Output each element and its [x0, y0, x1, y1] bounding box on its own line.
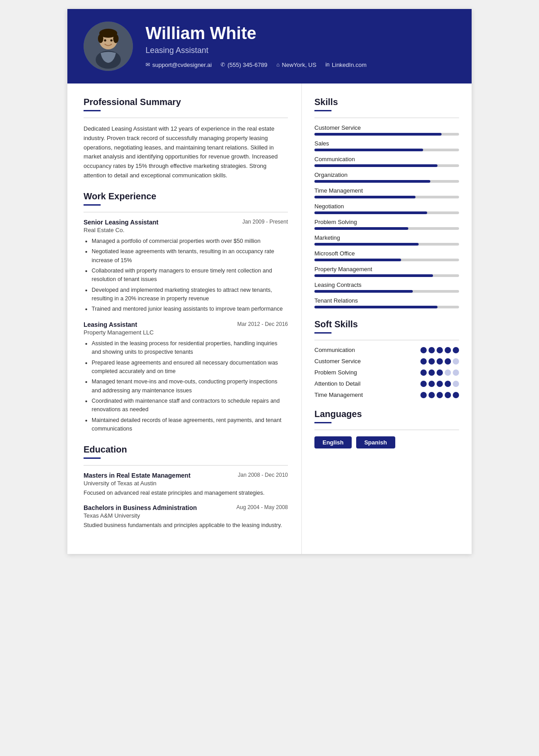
education-divider: [84, 465, 288, 466]
summary-title: Professional Summary: [84, 97, 288, 107]
skill-marketing: Marketing: [314, 234, 459, 246]
dot: [453, 392, 459, 398]
bullet-item: Maintained detailed records of lease agr…: [92, 416, 288, 434]
language-badges: English Spanish: [314, 436, 459, 448]
linkedin-contact[interactable]: in LinkedIn.com: [325, 62, 367, 68]
skill-bar-fill: [314, 259, 401, 261]
soft-skill-customer-service: Customer Service: [314, 358, 459, 365]
header-contacts: ✉ support@cvdesigner.ai ✆ (555) 345-6789…: [146, 62, 455, 68]
dot: [437, 358, 443, 365]
job-title-1: Senior Leasing Assistant: [84, 219, 159, 226]
skill-name: Microsoft Office: [314, 250, 459, 257]
dot: [429, 347, 435, 353]
job-header-1: Senior Leasing Assistant Jan 2009 - Pres…: [84, 219, 288, 226]
soft-skill-time-management: Time Management: [314, 391, 459, 398]
dot: [420, 392, 427, 398]
bullet-item: Trained and mentored junior leasing assi…: [92, 305, 288, 313]
bullet-item: Managed a portfolio of commercial proper…: [92, 237, 288, 246]
work-underline: [84, 204, 101, 206]
soft-skills-divider: [314, 340, 459, 340]
soft-skill-label: Customer Service: [314, 358, 394, 365]
bullet-item: Collaborated with property managers to e…: [92, 267, 288, 284]
skill-leasing-contracts: Leasing Contracts: [314, 281, 459, 293]
phone-value: (555) 345-6789: [227, 62, 267, 68]
summary-section: Professional Summary Dedicated Leasing A…: [84, 97, 288, 180]
edu-degree-2: Bachelors in Business Administration: [84, 504, 197, 511]
soft-skill-label: Time Management: [314, 391, 394, 398]
main-layout: Professional Summary Dedicated Leasing A…: [67, 84, 472, 554]
email-icon: ✉: [146, 62, 150, 68]
summary-text: Dedicated Leasing Assistant with 12 year…: [84, 124, 288, 180]
resume-container: William White Leasing Assistant ✉ suppor…: [67, 9, 472, 554]
skill-microsoft-office: Microsoft Office: [314, 250, 459, 261]
dot: [420, 358, 427, 365]
skill-sales: Sales: [314, 140, 459, 151]
dot: [429, 392, 435, 398]
location-icon: ⌂: [276, 62, 279, 68]
skill-bar-fill: [314, 243, 419, 246]
skill-bar-bg: [314, 164, 459, 167]
skill-bar-fill: [314, 227, 408, 230]
edu-date-1: Jan 2008 - Dec 2010: [238, 472, 288, 478]
skill-name: Problem Solving: [314, 219, 459, 225]
skill-name: Customer Service: [314, 124, 459, 131]
dot: [420, 347, 427, 353]
language-spanish: Spanish: [356, 436, 395, 448]
phone-icon: ✆: [221, 62, 225, 68]
skill-bar-bg: [314, 196, 459, 198]
skill-bar-bg: [314, 243, 459, 246]
dot: [420, 381, 427, 387]
edu-entry-2: Bachelors in Business Administration Aug…: [84, 504, 288, 530]
dot: [429, 381, 435, 387]
skills-title: Skills: [314, 97, 459, 107]
skill-bar-fill: [314, 211, 427, 214]
bullet-item: Negotiated lease agreements with tenants…: [92, 247, 288, 265]
phone-contact: ✆ (555) 345-6789: [221, 62, 267, 68]
summary-underline: [84, 110, 101, 111]
education-section: Education Masters in Real Estate Managem…: [84, 444, 288, 530]
edu-desc-2: Studied business fundamentals and princi…: [84, 521, 288, 530]
resume-header: William White Leasing Assistant ✉ suppor…: [67, 9, 472, 84]
soft-skill-communication: Communication: [314, 347, 459, 353]
location-contact: ⌂ NewYork, US: [276, 62, 316, 68]
svg-point-7: [110, 40, 113, 42]
skill-customer-service: Customer Service: [314, 124, 459, 136]
bullet-item: Coordinated with maintenance staff and c…: [92, 397, 288, 414]
skill-name: Negotiation: [314, 203, 459, 210]
skill-bar-fill: [314, 290, 413, 293]
soft-skills-section: Soft Skills Communication Customer Servi…: [314, 319, 459, 398]
dot: [453, 347, 459, 353]
skill-bar-fill: [314, 133, 442, 136]
job-date-2: Mar 2012 - Dec 2016: [237, 321, 288, 327]
dot: [429, 369, 435, 376]
dot: [453, 369, 459, 376]
job-bullets-2: Assisted in the leasing process for resi…: [84, 339, 288, 434]
dot: [420, 369, 427, 376]
skill-name: Tenant Relations: [314, 297, 459, 304]
edu-header-1: Masters in Real Estate Management Jan 20…: [84, 472, 288, 479]
dots-customer-service: [420, 358, 459, 365]
bullet-item: Developed and implemented marketing stra…: [92, 286, 288, 303]
dot: [445, 381, 451, 387]
skill-bar-bg: [314, 211, 459, 214]
languages-title: Languages: [314, 409, 459, 419]
dot: [445, 358, 451, 365]
dots-attention: [420, 381, 459, 387]
languages-divider: [314, 430, 459, 430]
skill-bar-bg: [314, 274, 459, 277]
skill-bar-fill: [314, 306, 437, 308]
edu-desc-1: Focused on advanced real estate principl…: [84, 489, 288, 497]
language-english: English: [314, 436, 352, 448]
job-entry-2: Leasing Assistant Mar 2012 - Dec 2016 Pr…: [84, 321, 288, 434]
dot: [437, 347, 443, 353]
linkedin-icon: in: [325, 62, 329, 68]
skill-organization: Organization: [314, 171, 459, 183]
left-column: Professional Summary Dedicated Leasing A…: [67, 84, 302, 554]
skill-property-management: Property Management: [314, 266, 459, 277]
location-value: NewYork, US: [282, 62, 317, 68]
skill-name: Marketing: [314, 234, 459, 241]
job-date-1: Jan 2009 - Present: [243, 219, 288, 225]
skills-underline: [314, 110, 331, 111]
skill-bar-bg: [314, 180, 459, 183]
bullet-item: Prepared lease agreements and ensured al…: [92, 359, 288, 376]
